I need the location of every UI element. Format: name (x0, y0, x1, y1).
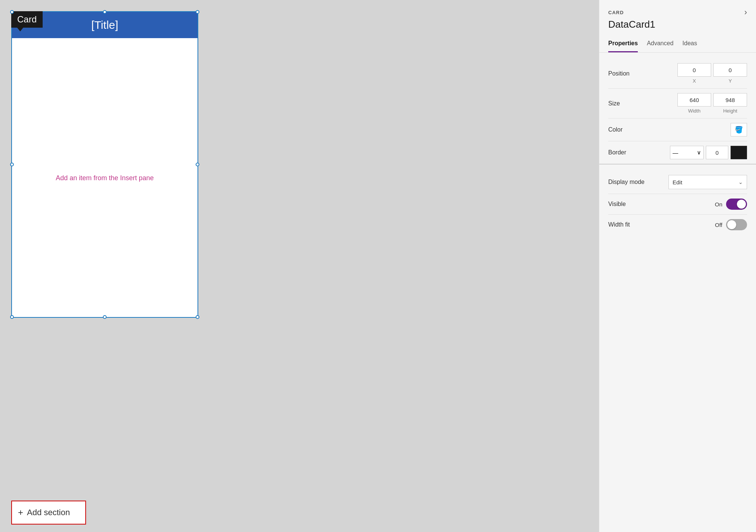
visible-row: Visible On (608, 194, 747, 215)
visible-state-label: On (715, 201, 722, 207)
border-color-swatch[interactable] (731, 146, 747, 159)
fill-icon: 🪣 (735, 126, 743, 134)
border-style-dropdown[interactable]: — ∨ (670, 146, 704, 159)
display-mode-value: Edit (673, 179, 682, 185)
position-x-input[interactable] (677, 63, 711, 77)
handle-top-right[interactable] (196, 10, 199, 14)
size-inputs (677, 93, 747, 107)
handle-bottom-center[interactable] (103, 315, 107, 319)
size-height-input[interactable] (713, 93, 747, 107)
color-controls: 🪣 (731, 123, 747, 136)
width-fit-state-label: Off (715, 222, 722, 228)
handle-top-left[interactable] (10, 10, 14, 14)
position-row: Position X Y (608, 59, 747, 89)
border-row: Border — ∨ (608, 141, 747, 164)
panel-header: CARD › (599, 0, 756, 17)
width-fit-toggle-slider (726, 219, 747, 230)
position-label: Position (608, 70, 630, 77)
display-mode-chevron-icon: ⌄ (738, 179, 743, 185)
chevron-right-icon: › (744, 7, 747, 17)
x-label: X (677, 78, 711, 84)
display-mode-label: Display mode (608, 179, 645, 185)
position-y-input[interactable] (713, 63, 747, 77)
position-controls: X Y (677, 63, 747, 84)
panel-tabs: Properties Advanced Ideas (599, 36, 756, 53)
border-controls: — ∨ (670, 146, 747, 159)
visible-toggle-knob (737, 200, 746, 209)
card-body: Add an item from the Insert pane (12, 38, 198, 318)
visible-toggle-slider (726, 199, 747, 210)
size-label: Size (608, 100, 620, 107)
color-swatch-button[interactable]: 🪣 (731, 123, 747, 136)
border-style-value: — (673, 150, 678, 156)
size-controls: Width Height (677, 93, 747, 114)
width-label: Width (677, 108, 711, 114)
handle-top-center[interactable] (103, 10, 107, 14)
size-width-input[interactable] (677, 93, 711, 107)
color-label: Color (608, 126, 622, 133)
size-row: Size Width Height (608, 89, 747, 119)
visible-label: Visible (608, 201, 626, 207)
display-mode-row: Display mode Edit ⌄ (608, 170, 747, 194)
position-inputs (677, 63, 747, 77)
border-value-input[interactable] (706, 146, 728, 159)
tab-ideas[interactable]: Ideas (682, 36, 697, 52)
handle-middle-left[interactable] (10, 163, 14, 166)
plus-icon: + (18, 507, 23, 518)
border-dropdown-chevron: ∨ (697, 149, 701, 156)
handle-bottom-left[interactable] (10, 315, 14, 319)
handle-bottom-right[interactable] (196, 315, 199, 319)
width-fit-toggle-knob (727, 220, 736, 229)
visible-toggle-group: On (715, 199, 747, 210)
tab-properties[interactable]: Properties (608, 36, 638, 52)
right-panel: CARD › DataCard1 Properties Advanced Ide… (599, 0, 756, 532)
properties-section-display: Display mode Edit ⌄ Visible On Width fit (599, 164, 756, 235)
width-fit-label: Width fit (608, 221, 630, 228)
width-fit-toggle-group: Off (715, 219, 747, 230)
panel-type-label: CARD (608, 10, 624, 15)
panel-title: DataCard1 (599, 17, 756, 30)
canvas-area: Card [Title] Add an item from the Insert… (0, 0, 599, 532)
height-label: Height (713, 108, 747, 114)
border-label: Border (608, 149, 626, 156)
width-fit-row: Width fit Off (608, 215, 747, 235)
visible-toggle[interactable] (726, 199, 747, 210)
panel-close-button[interactable]: › (744, 7, 747, 17)
color-row: Color 🪣 (608, 119, 747, 141)
position-labels: X Y (677, 78, 747, 84)
size-labels: Width Height (677, 108, 747, 114)
y-label: Y (713, 78, 747, 84)
add-section-label: Add section (27, 508, 70, 517)
width-fit-toggle[interactable] (726, 219, 747, 230)
card-container[interactable]: [Title] Add an item from the Insert pane (11, 11, 198, 318)
add-section-button[interactable]: + Add section (11, 501, 86, 525)
card-tooltip: Card (11, 11, 43, 28)
handle-middle-right[interactable] (196, 163, 199, 166)
display-mode-dropdown[interactable]: Edit ⌄ (668, 175, 747, 189)
tab-advanced[interactable]: Advanced (647, 36, 673, 52)
properties-section-position-size: Position X Y Size Wi (599, 53, 756, 164)
